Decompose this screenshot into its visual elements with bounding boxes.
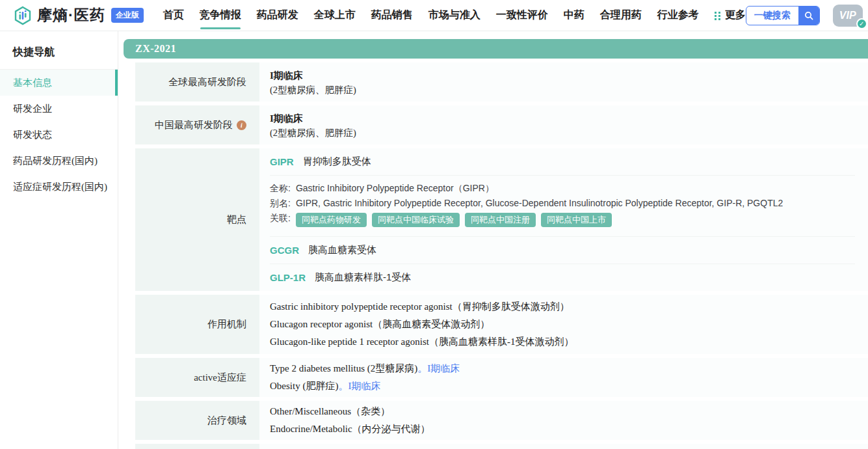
therapy-area-item: Other/Miscellaneous（杂类）: [270, 403, 855, 420]
quick-search-button[interactable]: 一键搜索: [746, 6, 820, 25]
drug-title-bar: ZX-2021: [124, 39, 868, 59]
row-value: Other/Miscellaneous（杂类） Endocrine/Metabo…: [259, 401, 868, 440]
relation-buttons: 同靶点药物研发 同靶点中国临床试验 同靶点中国注册 同靶点中国上市: [296, 213, 612, 227]
sidebar-item-drug-rnd-history[interactable]: 药品研发历程(国内): [0, 148, 118, 174]
row-value: I期临床 (2型糖尿病、肥胖症): [259, 105, 868, 144]
target-header: GLP-1R 胰高血糖素样肽-1受体: [270, 264, 855, 291]
nav-item-market-access[interactable]: 市场与准入: [428, 0, 480, 31]
indication-separator: 。: [417, 363, 427, 374]
target-code-link[interactable]: GLP-1R: [270, 272, 306, 283]
info-icon[interactable]: i: [237, 120, 246, 130]
grid-dots-icon: [715, 11, 722, 20]
indication-phase-link[interactable]: I期临床: [427, 363, 460, 374]
row-global-highest-stage: 全球最高研发阶段 I期临床 (2型糖尿病、肥胖症): [135, 62, 868, 102]
nav-item-global-launch[interactable]: 全球上市: [314, 0, 356, 31]
alias-value: GIPR, Gastric Inhibitory Polypeptide Rec…: [296, 196, 783, 211]
row-value: Type 2 diabetes mellitus (2型糖尿病)。I期临床 Ob…: [259, 358, 868, 397]
nav-item-drug-rnd[interactable]: 药品研发: [257, 0, 298, 31]
indication-item: Type 2 diabetes mellitus (2型糖尿病)。I期临床: [270, 360, 855, 377]
target-name: 胃抑制多肽受体: [303, 156, 371, 168]
row-label-text: 中国最高研发阶段: [155, 119, 233, 131]
vip-label: VIP: [839, 10, 856, 21]
therapy-area-item: Endocrine/Metabolic（内分泌与代谢）: [270, 420, 855, 438]
search-icon: [804, 10, 814, 21]
same-target-china-trials-button[interactable]: 同靶点中国临床试验: [372, 213, 460, 227]
relation-label: 关联:: [270, 211, 291, 227]
top-nav-bar: 摩熵·医药 企业版 首页 竞争情报 药品研发 全球上市 药品销售 市场与准入 一…: [0, 0, 868, 31]
mechanism-item: Glucagon-like peptide 1 receptor agonist…: [270, 333, 855, 351]
target-block-gcgr: GCGR 胰高血糖素受体: [270, 237, 855, 264]
search-submit-button[interactable]: [798, 6, 819, 25]
sidebar-title: 快捷导航: [0, 31, 118, 70]
same-target-drug-rnd-button[interactable]: 同靶点药物研发: [296, 213, 367, 227]
global-stage-phase: I期临床: [270, 68, 855, 83]
main-content: ZX-2021 全球最高研发阶段 I期临床 (2型糖尿病、肥胖症) 中国最高研发…: [118, 31, 868, 449]
indication-text: Type 2 diabetes mellitus (2型糖尿病): [270, 363, 417, 374]
sidebar-item-basic-info[interactable]: 基本信息: [0, 70, 118, 96]
row-china-highest-stage: 中国最高研发阶段 i I期临床 (2型糖尿病、肥胖症): [135, 105, 868, 144]
indication-item: Obesity (肥胖症)。I期临床: [270, 377, 855, 395]
row-label: active适应症: [135, 358, 259, 397]
nav-item-consistency-eval[interactable]: 一致性评价: [496, 0, 548, 31]
row-value: I期临床 (2型糖尿病、肥胖症): [259, 62, 868, 102]
row-label: 治疗领域: [135, 401, 259, 440]
full-name-value: Gastric Inhibitory Polypeptide Receptor（…: [296, 181, 494, 196]
row-value: Antibody fragment（抗体片段）: [259, 444, 868, 449]
main-nav: 首页 竞争情报 药品研发 全球上市 药品销售 市场与准入 一致性评价 中药 合理…: [163, 0, 746, 31]
china-stage-phase: I期临床: [270, 111, 855, 126]
nav-item-drug-sales[interactable]: 药品销售: [371, 0, 413, 31]
target-full-name-line: 全称: Gastric Inhibitory Polypeptide Recep…: [270, 181, 855, 196]
indication-text: Obesity (肥胖症): [270, 381, 338, 391]
row-value: Gastric inhibitory polypeptide receptor …: [259, 295, 868, 354]
nav-item-industry-ref[interactable]: 行业参考: [657, 0, 699, 31]
same-target-china-launch-button[interactable]: 同靶点中国上市: [541, 213, 612, 227]
nav-item-tcm[interactable]: 中药: [564, 0, 585, 31]
quick-nav-sidebar: 快捷导航 基本信息 研发企业 研发状态 药品研发历程(国内) 适应症研发历程(国…: [0, 31, 118, 449]
target-details: 全称: Gastric Inhibitory Polypeptide Recep…: [270, 176, 855, 237]
indication-separator: 。: [338, 381, 348, 391]
vip-badge[interactable]: VIP ✓: [833, 5, 863, 27]
target-header: GCGR 胰高血糖素受体: [270, 237, 855, 264]
target-relation-line: 关联: 同靶点药物研发 同靶点中国临床试验 同靶点中国注册 同靶点中国上市: [270, 211, 855, 227]
target-block-gipr: GIPR 胃抑制多肽受体 全称: Gastric Inhibitory Poly…: [270, 148, 855, 237]
row-mechanism: 作用机制 Gastric inhibitory polypeptide rece…: [135, 295, 868, 354]
sidebar-item-rnd-status[interactable]: 研发状态: [0, 122, 118, 148]
nav-item-home[interactable]: 首页: [163, 0, 184, 31]
mechanism-item: Glucagon receptor agonist（胰高血糖素受体激动剂）: [270, 316, 855, 333]
brand-hexagon-icon: [13, 6, 33, 25]
nav-item-rational-use[interactable]: 合理用药: [600, 0, 642, 31]
nav-more-label: 更多: [725, 8, 746, 22]
brand-name: 摩熵·医药: [37, 5, 105, 25]
full-name-label: 全称:: [270, 181, 291, 196]
vip-verified-icon: ✓: [856, 18, 867, 29]
nav-item-competitive-intel[interactable]: 竞争情报: [200, 0, 241, 31]
target-name: 胰高血糖素受体: [308, 244, 376, 256]
row-value: GIPR 胃抑制多肽受体 全称: Gastric Inhibitory Poly…: [259, 148, 868, 291]
same-target-china-registration-button[interactable]: 同靶点中国注册: [465, 213, 536, 227]
row-label: 靶点: [135, 148, 259, 291]
sidebar-item-indication-rnd-history[interactable]: 适应症研发历程(国内): [0, 174, 118, 200]
sidebar-item-rnd-companies[interactable]: 研发企业: [0, 96, 118, 122]
alias-label: 别名:: [270, 196, 291, 211]
global-stage-indications: (2型糖尿病、肥胖症): [270, 83, 855, 97]
drug-name: ZX-2021: [135, 43, 176, 55]
target-name: 胰高血糖素样肽-1受体: [315, 271, 411, 284]
target-alias-line: 别名: GIPR, Gastric Inhibitory Polypeptide…: [270, 196, 855, 211]
target-code-link[interactable]: GIPR: [270, 156, 294, 167]
row-label: [135, 444, 259, 449]
row-label: 作用机制: [135, 295, 259, 354]
china-stage-indications: (2型糖尿病、肥胖症): [270, 126, 855, 140]
row-label: 中国最高研发阶段 i: [135, 105, 259, 144]
row-drug-type-partial: Antibody fragment（抗体片段）: [135, 444, 868, 449]
brand-logo[interactable]: 摩熵·医药 企业版: [13, 5, 144, 25]
row-active-indications: active适应症 Type 2 diabetes mellitus (2型糖尿…: [135, 358, 868, 397]
target-code-link[interactable]: GCGR: [270, 245, 299, 256]
row-label: 全球最高研发阶段: [135, 62, 259, 102]
row-therapy-area: 治疗领域 Other/Miscellaneous（杂类） Endocrine/M…: [135, 401, 868, 440]
quick-search-label: 一键搜索: [746, 10, 798, 21]
indication-phase-link[interactable]: I期临床: [348, 381, 380, 391]
target-header: GIPR 胃抑制多肽受体: [270, 148, 855, 176]
nav-item-more[interactable]: 更多: [715, 0, 746, 31]
mechanism-item: Gastric inhibitory polypeptide receptor …: [270, 298, 855, 316]
edition-badge: 企业版: [111, 8, 144, 23]
